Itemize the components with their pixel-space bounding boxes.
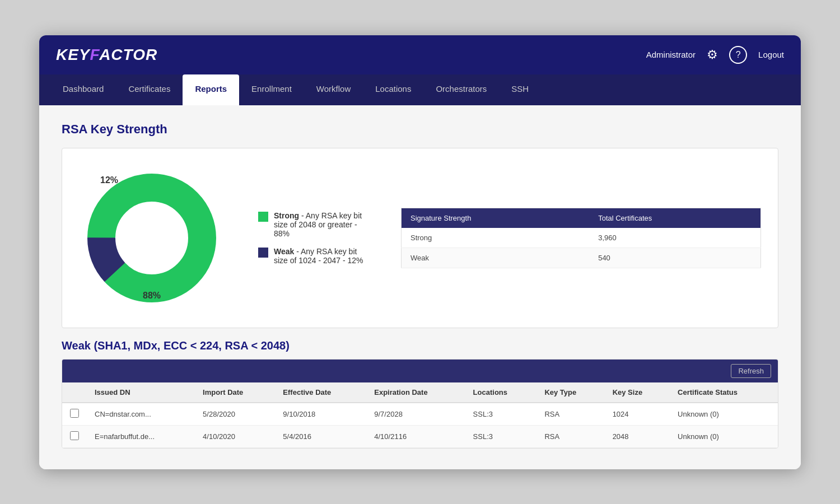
strength-strong: Strong (401, 228, 589, 248)
col-effective-date: Effective Date (275, 382, 366, 403)
weak-table-wrapper: Refresh Issued DN Import Date Effective … (62, 359, 778, 449)
donut-hole (116, 202, 188, 274)
weak-section-title: Weak (SHA1, MDx, ECC < 224, RSA < 2048) (62, 339, 778, 352)
settings-icon[interactable]: ⚙ (707, 48, 718, 62)
col-signature-strength: Signature Strength (401, 208, 589, 228)
top-right-controls: Administrator ⚙ ? Logout (646, 46, 784, 64)
top-bar: KEYFACTOR Administrator ⚙ ? Logout (39, 35, 801, 74)
col-locations: Locations (465, 382, 537, 403)
row-checkbox[interactable] (70, 409, 79, 418)
key-type-value: RSA (536, 425, 604, 447)
cert-status-value: Unknown (0) (670, 425, 778, 447)
table-header-bar: Refresh (62, 360, 778, 382)
col-total-certificates: Total Certificates (589, 208, 760, 228)
col-issued-dn: Issued DN (87, 382, 195, 403)
total-weak: 540 (589, 248, 760, 268)
key-size-value: 1024 (605, 403, 670, 426)
locations-value: SSL:3 (465, 403, 537, 426)
username-label: Administrator (646, 50, 696, 59)
row-checkbox-cell (62, 425, 87, 447)
key-size-value: 2048 (605, 425, 670, 447)
nav-item-orchestrators[interactable]: Orchestrators (423, 74, 499, 105)
nav-item-workflow[interactable]: Workflow (304, 74, 363, 105)
col-import-date: Import Date (195, 382, 275, 403)
table-row: CN=dnstar.com... 5/28/2020 9/10/2018 9/7… (62, 403, 778, 426)
legend-item-weak: Weak - Any RSA key bit size of 1024 - 20… (258, 247, 367, 265)
table-row: Strong 3,960 (401, 228, 760, 248)
locations-value: SSL:3 (465, 425, 537, 447)
nav-item-locations[interactable]: Locations (363, 74, 423, 105)
help-icon[interactable]: ? (729, 46, 747, 64)
logo: KEYFACTOR (56, 46, 157, 64)
legend-strong-label: Strong (274, 211, 299, 220)
nav-bar: Dashboard Certificates Reports Enrollmen… (39, 74, 801, 105)
signature-strength-table: Signature Strength Total Certificates St… (401, 208, 761, 268)
refresh-button[interactable]: Refresh (731, 364, 771, 378)
donut-chart-wrapper: 12% 88% (79, 165, 225, 311)
chart-legend: Strong - Any RSA key bit size of 2048 or… (258, 211, 367, 265)
row-checkbox[interactable] (70, 431, 79, 440)
strength-weak: Weak (401, 248, 589, 268)
total-strong: 3,960 (589, 228, 760, 248)
donut-chart-overlay (79, 165, 225, 311)
table-row: E=nafarbuffut.de... 4/10/2020 5/4/2016 4… (62, 425, 778, 447)
import-date-value: 5/28/2020 (195, 403, 275, 426)
expiration-date-value: 4/10/2116 (366, 425, 465, 447)
legend-text-weak: Weak - Any RSA key bit size of 1024 - 20… (274, 247, 367, 265)
issued-dn-value: CN=dnstar.com... (87, 403, 195, 426)
legend-text-strong: Strong - Any RSA key bit size of 2048 or… (274, 211, 367, 238)
nav-item-reports[interactable]: Reports (183, 74, 239, 105)
main-content: RSA Key Strength (39, 105, 801, 469)
legend-item-strong: Strong - Any RSA key bit size of 2048 or… (258, 211, 367, 238)
col-checkbox (62, 382, 87, 403)
nav-item-enrollment[interactable]: Enrollment (239, 74, 304, 105)
col-key-size: Key Size (605, 382, 670, 403)
browser-frame: KEYFACTOR Administrator ⚙ ? Logout Dashb… (39, 35, 801, 469)
key-type-value: RSA (536, 403, 604, 426)
nav-item-dashboard[interactable]: Dashboard (50, 74, 116, 105)
col-expiration-date: Expiration Date (366, 382, 465, 403)
issued-dn-value: E=nafarbuffut.de... (87, 425, 195, 447)
cert-status-value: Unknown (0) (670, 403, 778, 426)
import-date-value: 4/10/2020 (195, 425, 275, 447)
strong-percentage-label: 88% (143, 291, 161, 301)
logout-button[interactable]: Logout (758, 50, 784, 59)
row-checkbox-cell (62, 403, 87, 426)
chart-card: 12% 88% Strong - Any RSA key bit size of… (62, 148, 778, 328)
expiration-date-value: 9/7/2028 (366, 403, 465, 426)
weak-certificates-table: Issued DN Import Date Effective Date Exp… (62, 382, 778, 448)
col-key-type: Key Type (536, 382, 604, 403)
rsa-section-title: RSA Key Strength (62, 122, 778, 137)
col-certificate-status: Certificate Status (670, 382, 778, 403)
logo-text: KEYFACTOR (56, 46, 157, 64)
legend-color-strong (258, 212, 268, 222)
nav-item-ssh[interactable]: SSH (499, 74, 541, 105)
table-row: Weak 540 (401, 248, 760, 268)
nav-item-certificates[interactable]: Certificates (116, 74, 183, 105)
legend-color-weak (258, 248, 268, 258)
effective-date-value: 5/4/2016 (275, 425, 366, 447)
weak-percentage-label: 12% (100, 175, 118, 185)
legend-weak-label: Weak (274, 247, 294, 256)
effective-date-value: 9/10/2018 (275, 403, 366, 426)
